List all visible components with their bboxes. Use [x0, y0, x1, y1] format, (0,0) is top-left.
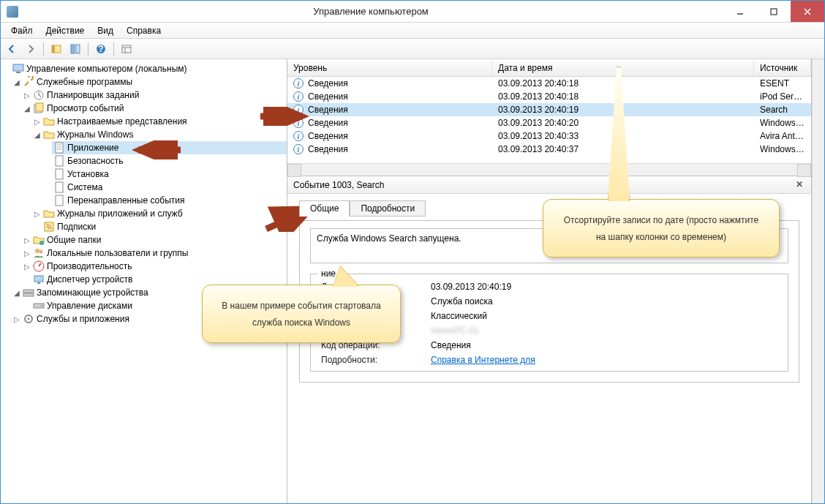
tree-event-viewer[interactable]: ◢Просмотр событий — [23, 102, 287, 115]
svg-rect-24 — [56, 182, 63, 192]
tree-performance[interactable]: ▷Производительность — [23, 260, 287, 273]
info-icon: i — [293, 91, 304, 102]
value-computer: HomePC-01 — [431, 326, 777, 336]
event-rows[interactable]: iСведения03.09.2013 20:40:18ESENTiСведен… — [287, 77, 811, 163]
tree-custom-views[interactable]: ▷Настраиваемые представления — [33, 115, 287, 128]
back-button[interactable] — [4, 41, 20, 57]
tree-root[interactable]: Управление компьютером (локальным) — [2, 62, 287, 75]
svg-rect-7 — [76, 45, 80, 53]
menubar: Файл Действие Вид Справка — [1, 23, 824, 39]
event-row[interactable]: iСведения03.09.2013 20:40:18iPod Service — [287, 90, 811, 103]
tree-windows-logs[interactable]: ◢Журналы Windows — [33, 128, 287, 141]
help-button[interactable]: ? — [93, 41, 109, 57]
right-pane: Уровень Дата и время Источник iСведения0… — [287, 59, 812, 503]
event-row[interactable]: iСведения03.09.2013 20:40:33Avira Antivi… — [287, 129, 811, 143]
disk-icon — [33, 300, 45, 312]
log-icon — [53, 155, 65, 167]
vertical-scrollbar[interactable] — [812, 59, 824, 503]
annotation-arrow — [259, 107, 310, 126]
tab-details[interactable]: Подробности — [350, 200, 426, 217]
column-level[interactable]: Уровень — [287, 60, 492, 76]
svg-rect-32 — [37, 282, 40, 284]
properties-button[interactable] — [67, 41, 83, 57]
log-icon — [53, 168, 65, 180]
tree-subscriptions[interactable]: Подписки — [33, 220, 287, 233]
event-row[interactable]: iСведения03.09.2013 20:40:37Windows Erro… — [287, 143, 811, 156]
users-icon — [33, 247, 45, 259]
svg-rect-13 — [13, 64, 23, 71]
callout-sort: Отсортируйте записи по дате (просто нажм… — [543, 199, 780, 257]
svg-rect-14 — [16, 72, 20, 73]
tools-icon — [23, 76, 34, 88]
log-icon — [53, 181, 65, 193]
svg-point-28 — [35, 249, 39, 253]
svg-rect-31 — [34, 276, 43, 282]
minimize-button[interactable] — [723, 1, 757, 22]
clock-icon — [33, 89, 45, 101]
toolbar: ? — [1, 39, 824, 59]
tree-pane[interactable]: Управление компьютером (локальным) ◢Служ… — [1, 59, 287, 503]
column-source[interactable]: Источник — [754, 60, 811, 76]
tree-local-users[interactable]: ▷Локальные пользователи и группы — [23, 247, 287, 260]
tree-system-tools[interactable]: ◢Служебные программы — [12, 75, 287, 89]
forward-button[interactable] — [23, 41, 39, 57]
event-row[interactable]: iСведения03.09.2013 20:40:20Windows Erro… — [287, 116, 811, 129]
storage-icon — [23, 287, 34, 298]
tree-setup-log[interactable]: Установка — [52, 168, 287, 181]
svg-rect-34 — [23, 293, 34, 296]
shared-folder-icon — [33, 234, 45, 246]
folder-icon — [43, 129, 55, 140]
menu-file[interactable]: Файл — [5, 24, 39, 37]
log-icon — [53, 195, 65, 206]
svg-rect-1 — [771, 9, 777, 15]
svg-rect-25 — [56, 195, 63, 206]
menu-action[interactable]: Действие — [40, 24, 91, 37]
tab-general[interactable]: Общие — [299, 200, 350, 217]
svg-rect-33 — [23, 290, 34, 293]
detail-close-button[interactable]: ✕ — [794, 179, 805, 191]
horizontal-scrollbar[interactable] — [287, 163, 811, 176]
app-icon — [7, 6, 18, 18]
event-row[interactable]: iСведения03.09.2013 20:40:18ESENT — [287, 77, 811, 90]
label-details: Подробности: — [321, 355, 423, 365]
folder-icon — [43, 208, 55, 219]
view-button[interactable] — [118, 41, 135, 57]
tree-system-log[interactable]: Система — [52, 181, 287, 194]
svg-point-36 — [41, 305, 42, 306]
computer-icon — [12, 63, 24, 75]
event-row[interactable]: iСведения03.09.2013 20:40:19Search — [287, 103, 811, 116]
menu-help[interactable]: Справка — [121, 24, 167, 37]
annotation-arrow — [131, 140, 182, 159]
services-icon — [23, 313, 34, 325]
svg-point-29 — [39, 250, 43, 254]
value-category: Служба поиска — [431, 296, 777, 306]
show-hide-tree-button[interactable] — [48, 41, 64, 57]
details-link[interactable]: Справка в Интернете для — [431, 355, 535, 365]
column-datetime[interactable]: Дата и время — [492, 60, 754, 76]
log-icon — [53, 142, 65, 154]
tree-app-service-logs[interactable]: ▷Журналы приложений и служб — [33, 207, 287, 220]
performance-icon — [33, 260, 45, 272]
detail-title: Событие 1003, Search — [293, 180, 384, 190]
titlebar: Управление компьютером — [1, 1, 824, 23]
svg-point-27 — [39, 241, 44, 245]
folder-icon — [43, 116, 55, 127]
svg-rect-5 — [52, 45, 55, 53]
svg-point-38 — [28, 318, 30, 320]
callout-example: В нашем примере события стартовала служб… — [202, 285, 401, 343]
device-icon — [33, 274, 45, 285]
info-icon: i — [293, 131, 304, 141]
info-icon: i — [293, 78, 304, 89]
svg-rect-17 — [36, 103, 43, 111]
value-opcode: Сведения — [431, 340, 777, 350]
maximize-button[interactable] — [757, 1, 791, 22]
tree-forwarded-log[interactable]: Перенаправленные события — [52, 194, 287, 207]
info-icon: i — [293, 144, 304, 154]
tree-task-scheduler[interactable]: ▷Планировщик заданий — [23, 89, 287, 102]
menu-view[interactable]: Вид — [91, 24, 119, 37]
close-button[interactable] — [791, 1, 824, 22]
value-keywords: Классический — [431, 311, 777, 321]
tree-shared-folders[interactable]: ▷Общие папки — [23, 233, 287, 247]
event-viewer-icon — [33, 102, 45, 114]
svg-rect-26 — [45, 222, 53, 231]
